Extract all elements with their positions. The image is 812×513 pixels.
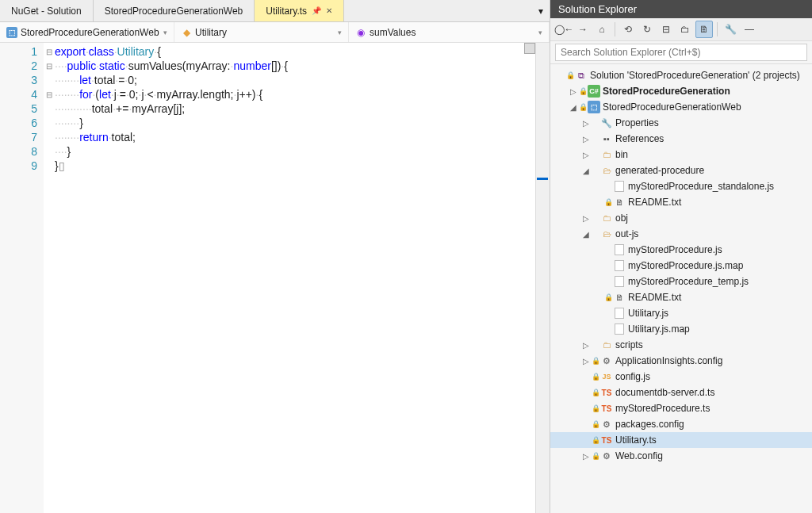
tree-node[interactable]: ▷myStoredProcedure.js [550, 242, 812, 258]
tree-node[interactable]: ▷🔒JSconfig.js [550, 369, 812, 385]
search-input[interactable] [555, 44, 807, 61]
preview-button[interactable]: 🗎 [695, 21, 713, 38]
tab-overflow[interactable]: ▾ [532, 0, 550, 21]
class-icon: ◆ [181, 27, 192, 38]
editor-pane: NuGet - Solution StoredProcedureGenerati… [0, 0, 550, 513]
line-gutter: 123456789 [0, 43, 44, 513]
panel-title: Solution Explorer [550, 0, 812, 18]
tree-node[interactable]: ▷🔒⚙ApplicationInsights.config [550, 353, 812, 369]
home-button[interactable]: ⌂ [593, 21, 611, 38]
pin-icon[interactable]: 📌 [312, 6, 321, 15]
method-icon: ◉ [355, 27, 366, 38]
tree-node[interactable]: ▷myStoredProcedure.js.map [550, 258, 812, 274]
show-all-button[interactable]: 🗀 [676, 21, 694, 38]
tree-node[interactable]: ◢🗁generated-procedure [550, 163, 812, 178]
tree-node[interactable]: ▷Utilitary.js.map [550, 321, 812, 337]
tab-project[interactable]: StoredProcedureGenerationWeb [94, 0, 255, 21]
tree-node[interactable]: ▷🔒🗎README.txt [550, 289, 812, 305]
properties-button[interactable]: 🔧 [722, 21, 739, 38]
tree-node[interactable]: ▷🔒⚙Web.config [550, 448, 812, 464]
explorer-toolbar: ◯← → ⌂ ⟲ ↻ ⊟ 🗀 🗎 🔧 — [550, 18, 812, 41]
document-tabs: NuGet - Solution StoredProcedureGenerati… [0, 0, 550, 22]
code-area[interactable]: export·class·Utilitary·{····public·stati… [55, 43, 535, 513]
nav-bar: ⬚ StoredProcedureGenerationWeb▾ ◆ Utilit… [0, 22, 550, 43]
tab-nuget[interactable]: NuGet - Solution [0, 0, 94, 21]
nav-class[interactable]: ◆ Utilitary▾ [174, 22, 349, 42]
split-handle[interactable] [524, 43, 535, 54]
nav-member[interactable]: ◉ sumValues▾ [349, 22, 550, 42]
solution-explorer: Solution Explorer ◯← → ⌂ ⟲ ↻ ⊟ 🗀 🗎 🔧 — ▷… [550, 0, 812, 513]
tree-node[interactable]: ▷▪▪References [550, 131, 812, 147]
tree-node[interactable]: ▷🔧Properties [550, 115, 812, 131]
tree-node[interactable]: ◢🗁out-js [550, 226, 812, 242]
tree-node[interactable]: ▷🔒TSmyStoredProcedure.ts [550, 400, 812, 416]
tree-node[interactable]: ▷🗀bin [550, 147, 812, 163]
tree-node[interactable]: ▷myStoredProcedure_temp.js [550, 274, 812, 289]
tree-node[interactable]: ▷🔒🗎README.txt [550, 194, 812, 210]
vertical-scrollbar[interactable] [535, 43, 550, 513]
collapse-button[interactable]: ⊟ [657, 21, 675, 38]
code-editor[interactable]: 123456789 ⊟⊟⊟ export·class·Utilitary·{··… [0, 43, 550, 513]
search-box [550, 41, 812, 64]
tree-node[interactable]: ▷🔒⚙packages.config [550, 416, 812, 432]
sync-button[interactable]: ⟲ [619, 21, 637, 38]
tree-node[interactable]: ▷🔒⧉Solution 'StoredProcedureGeneration' … [550, 67, 812, 83]
tree-node[interactable]: ▷🗀obj [550, 210, 812, 226]
tree-node[interactable]: ▷🔒C#StoredProcedureGeneration [550, 83, 812, 99]
toggle-button[interactable]: — [741, 21, 758, 38]
tree-node[interactable]: ▷🗀scripts [550, 337, 812, 353]
nav-scope[interactable]: ⬚ StoredProcedureGenerationWeb▾ [0, 22, 174, 42]
refresh-button[interactable]: ↻ [638, 21, 656, 38]
tab-utilitary[interactable]: Utilitary.ts 📌 ✕ [255, 0, 344, 21]
tree-node[interactable]: ◢🔒⬚StoredProcedureGenerationWeb [550, 99, 812, 115]
tree-node[interactable]: ▷myStoredProcedure_standalone.js [550, 178, 812, 194]
close-icon[interactable]: ✕ [326, 6, 332, 15]
tree-node[interactable]: ▷🔒TSdocumentdb-server.d.ts [550, 385, 812, 400]
tree-node[interactable]: ▷Utilitary.js [550, 305, 812, 321]
back-button[interactable]: ◯← [555, 21, 573, 38]
fold-column[interactable]: ⊟⊟⊟ [44, 43, 55, 513]
tree-node[interactable]: ▷🔒TSUtilitary.ts [550, 432, 812, 448]
project-icon: ⬚ [6, 27, 17, 38]
forward-button[interactable]: → [574, 21, 592, 38]
solution-tree[interactable]: ▷🔒⧉Solution 'StoredProcedureGeneration' … [550, 64, 812, 513]
